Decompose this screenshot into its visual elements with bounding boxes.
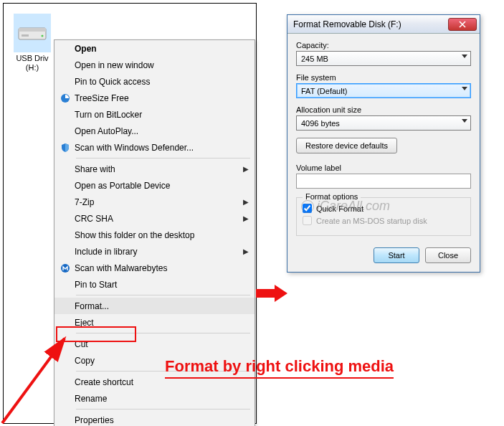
chevron-right-icon: ▶ <box>242 198 249 206</box>
volume-label-input[interactable] <box>296 174 471 189</box>
filesystem-combo[interactable]: FAT (Default) <box>296 83 471 98</box>
malwarebytes-icon <box>57 263 73 273</box>
menu-open-new-window[interactable]: Open in new window <box>54 57 255 73</box>
capacity-label: Capacity: <box>296 41 471 49</box>
menu-bitlocker[interactable]: Turn on BitLocker <box>54 106 255 123</box>
allocation-label: Allocation unit size <box>296 105 471 114</box>
menu-pin-start[interactable]: Pin to Start <box>54 276 255 293</box>
menu-scan-malwarebytes[interactable]: Scan with Malwarebytes <box>54 260 255 276</box>
drive-icon-selected[interactable]: USB Driv (H:) <box>11 14 54 72</box>
volume-label-label: Volume label <box>296 164 471 172</box>
svg-rect-1 <box>19 28 46 32</box>
menu-open[interactable]: Open <box>54 40 255 57</box>
svg-point-2 <box>42 35 44 37</box>
menu-eject[interactable]: Eject <box>54 314 255 331</box>
chevron-down-icon <box>462 55 467 58</box>
menu-open-portable[interactable]: Open as Portable Device <box>54 177 255 194</box>
close-icon <box>458 21 467 28</box>
shield-icon <box>57 143 73 153</box>
menu-treesize[interactable]: TreeSize Free <box>54 90 255 106</box>
svg-rect-3 <box>22 34 29 37</box>
format-dialog: Format Removable Disk (F:) Capacity: 245… <box>287 14 480 273</box>
msdos-input <box>303 216 312 225</box>
menu-share-with[interactable]: Share with▶ <box>54 161 255 177</box>
menu-cut[interactable]: Cut <box>54 336 255 352</box>
menu-properties[interactable]: Properties <box>54 412 255 426</box>
menu-pin-quick-access[interactable]: Pin to Quick access <box>54 73 255 90</box>
close-dialog-button[interactable]: Close <box>425 247 471 263</box>
watermark: CiCareAll.com <box>301 199 390 214</box>
filesystem-label: File system <box>296 73 471 82</box>
menu-show-on-desktop[interactable]: Show this folder on the desktop <box>54 227 255 243</box>
treesize-icon <box>57 93 73 103</box>
annotation-text: Format by right clicking media <box>165 357 394 379</box>
menu-format[interactable]: Format... <box>54 298 255 314</box>
allocation-combo[interactable]: 4096 bytes <box>296 115 471 131</box>
annotation-arrow-wide <box>255 283 290 305</box>
start-button[interactable]: Start <box>374 247 419 263</box>
menu-include-library[interactable]: Include in library▶ <box>54 243 255 260</box>
dialog-title: Format Removable Disk (F:) <box>293 19 448 29</box>
capacity-combo[interactable]: 245 MB <box>296 51 471 66</box>
close-button[interactable] <box>448 18 477 31</box>
drive-icon <box>14 14 51 52</box>
chevron-right-icon: ▶ <box>242 247 249 255</box>
menu-autoplay[interactable]: Open AutoPlay... <box>54 123 255 139</box>
menu-7zip[interactable]: 7-Zip▶ <box>54 194 255 210</box>
chevron-right-icon: ▶ <box>242 214 249 222</box>
chevron-right-icon: ▶ <box>242 165 249 173</box>
svg-point-5 <box>61 264 70 273</box>
chevron-down-icon <box>462 119 467 123</box>
menu-defender[interactable]: Scan with Windows Defender... <box>54 139 255 156</box>
menu-crc-sha[interactable]: CRC SHA▶ <box>54 210 255 227</box>
dialog-titlebar[interactable]: Format Removable Disk (F:) <box>287 15 480 34</box>
restore-defaults-button[interactable]: Restore device defaults <box>296 138 397 153</box>
drive-label-line2: (H:) <box>11 63 54 72</box>
msdos-checkbox: Create an MS-DOS startup disk <box>303 216 465 225</box>
chevron-down-icon <box>462 87 467 90</box>
menu-rename[interactable]: Rename <box>54 390 255 407</box>
drive-label-line1: USB Driv <box>11 54 54 63</box>
